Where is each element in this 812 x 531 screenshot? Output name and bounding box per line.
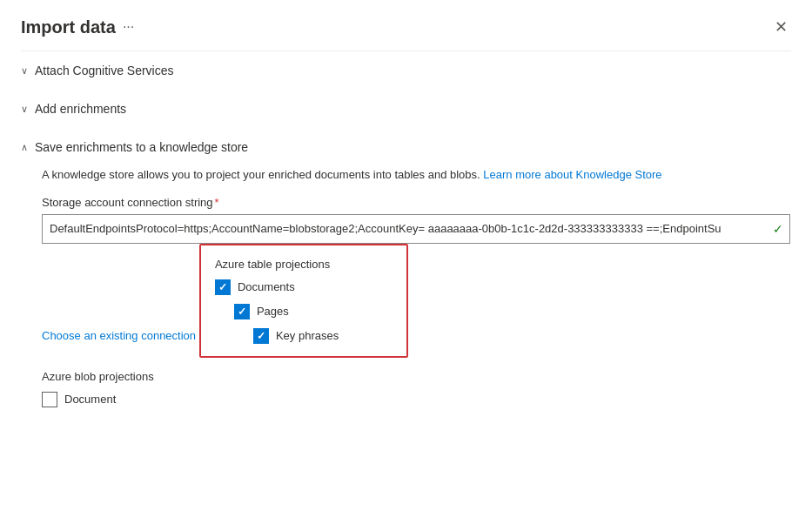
learn-more-link[interactable]: Learn more about Knowledge Store [483,168,661,181]
checkbox-row-documents: ✓ Documents [215,279,393,295]
save-enrichments-section: ∧ Save enrichments to a knowledge store … [0,128,812,421]
checkbox-row-pages: ✓ Pages [234,304,393,319]
check-mark-documents: ✓ [218,282,227,292]
description-text: A knowledge store allows you to project … [42,166,791,184]
save-enrichments-content: A knowledge store allows you to project … [21,166,791,421]
checkbox-label-documents: Documents [238,280,295,293]
connection-string-input[interactable] [42,214,790,244]
close-button[interactable]: ✕ [771,16,791,38]
checkbox-key-phrases[interactable]: ✓ [253,328,269,344]
checkbox-row-document-blob: Document [42,392,791,407]
field-label: Storage account connection string* [42,196,791,209]
input-valid-icon: ✓ [773,222,783,236]
save-enrichments-label: Save enrichments to a knowledge store [35,140,248,154]
choose-connection-link[interactable]: Choose an existing connection [42,329,196,342]
azure-table-title: Azure table projections [215,258,393,271]
check-mark-pages: ✓ [238,306,246,317]
collapse-chevron-attach: ∨ [21,65,28,77]
save-enrichments-header[interactable]: ∧ Save enrichments to a knowledge store [21,128,791,166]
description-main: A knowledge store allows you to project … [42,168,480,181]
collapse-chevron-save: ∧ [21,142,28,153]
add-enrichments-label: Add enrichments [35,102,126,116]
collapse-chevron-enrichments: ∨ [21,104,28,115]
panel-title-area: Import data ··· [21,17,134,37]
attach-cognitive-header[interactable]: ∨ Attach Cognitive Services [21,51,791,90]
azure-table-projections-box: Azure table projections ✓ Documents ✓ Pa… [199,244,408,358]
attach-cognitive-section: ∨ Attach Cognitive Services [0,51,812,90]
panel-menu-icon[interactable]: ··· [123,19,134,35]
connection-string-wrapper: ✓ [42,214,790,244]
checkbox-label-key-phrases: Key phrases [276,329,339,342]
checkbox-row-key-phrases: ✓ Key phrases [253,328,393,344]
field-label-text: Storage account connection string [42,196,213,209]
checkbox-document-blob[interactable] [42,392,57,407]
check-mark-key-phrases: ✓ [257,331,265,341]
add-enrichments-section: ∨ Add enrichments [0,90,812,128]
import-data-panel: Import data ··· ✕ ∨ Attach Cognitive Ser… [0,0,812,531]
azure-blob-title: Azure blob projections [42,370,791,383]
panel-title: Import data [21,17,116,37]
panel-header: Import data ··· ✕ [0,0,812,50]
checkbox-label-pages: Pages [257,305,289,318]
required-star: * [215,196,219,209]
checkbox-pages[interactable]: ✓ [234,304,250,319]
checkbox-documents[interactable]: ✓ [215,279,231,295]
checkbox-label-document-blob: Document [64,393,116,406]
add-enrichments-header[interactable]: ∨ Add enrichments [21,90,791,128]
attach-cognitive-label: Attach Cognitive Services [35,64,174,77]
azure-blob-projections-section: Azure blob projections Document [42,370,791,407]
